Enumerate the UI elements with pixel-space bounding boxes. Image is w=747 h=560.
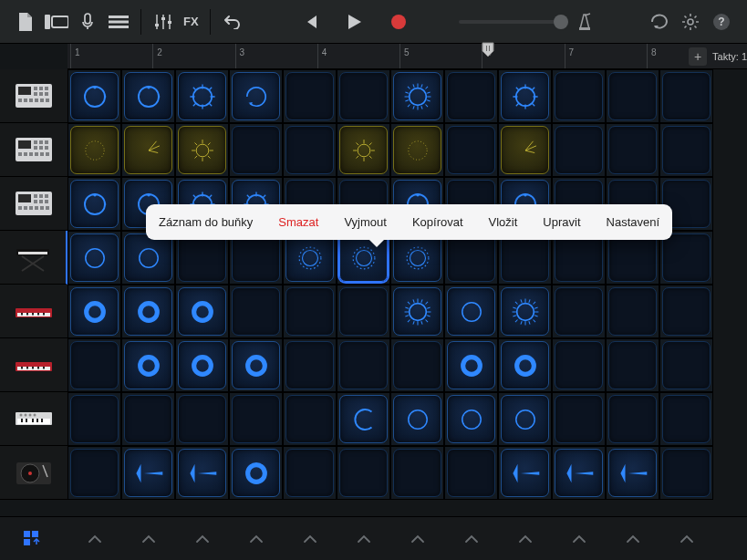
loop-cell[interactable] [337, 338, 390, 392]
column-trigger[interactable] [121, 517, 175, 560]
context-menu-item[interactable]: Záznam do buňky [146, 208, 265, 236]
loop-cell[interactable] [444, 69, 498, 123]
loop-cell[interactable] [606, 338, 659, 392]
loop-cell[interactable] [283, 285, 337, 338]
column-trigger[interactable] [229, 517, 283, 560]
track-header[interactable] [0, 285, 67, 338]
loop-cell[interactable] [337, 285, 390, 338]
loop-cell[interactable] [606, 392, 659, 446]
loop-cell[interactable] [121, 285, 175, 338]
loop-cell[interactable] [498, 392, 552, 446]
loop-cell[interactable] [67, 123, 121, 177]
go-to-start-icon[interactable] [296, 7, 326, 36]
column-trigger[interactable] [67, 517, 121, 560]
loop-cell[interactable] [229, 69, 283, 123]
settings-icon[interactable] [676, 7, 705, 36]
context-menu-item[interactable]: Kopírovat [399, 208, 476, 236]
column-trigger[interactable] [659, 517, 713, 560]
loop-cell[interactable] [552, 123, 606, 177]
loop-cell[interactable] [552, 285, 606, 338]
loop-cell[interactable] [444, 338, 498, 392]
loop-cell[interactable] [606, 285, 659, 338]
loop-cell[interactable] [121, 392, 175, 446]
loop-cell[interactable] [229, 446, 283, 500]
master-volume-slider[interactable] [459, 20, 566, 24]
loop-cell[interactable] [121, 338, 175, 392]
loop-cell[interactable] [175, 446, 229, 500]
mic-icon[interactable] [73, 7, 102, 36]
loop-cell[interactable] [121, 69, 175, 123]
loop-cell[interactable] [659, 69, 713, 123]
context-menu-item[interactable]: Vložit [476, 208, 531, 236]
loop-cell[interactable] [175, 69, 229, 123]
loop-cell[interactable] [283, 392, 337, 446]
loop-cell[interactable] [337, 392, 390, 446]
loop-cell[interactable] [444, 123, 498, 177]
track-header[interactable] [0, 231, 67, 285]
column-trigger[interactable] [175, 517, 229, 560]
loop-cell[interactable] [606, 69, 659, 123]
loop-cell[interactable] [390, 123, 444, 177]
loop-cell[interactable] [67, 69, 121, 123]
loop-cell[interactable] [606, 446, 659, 500]
loop-cell[interactable] [283, 446, 337, 500]
track-header[interactable] [0, 177, 67, 231]
loop-cell[interactable] [498, 338, 552, 392]
loop-cell[interactable] [498, 123, 552, 177]
column-trigger[interactable] [606, 517, 659, 560]
fx-button[interactable]: FX [180, 7, 202, 36]
track-header[interactable] [0, 338, 67, 392]
loop-cell[interactable] [552, 446, 606, 500]
loop-cell[interactable] [659, 446, 713, 500]
help-icon[interactable]: ? [707, 7, 736, 36]
loop-cell[interactable] [552, 338, 606, 392]
loop-cell[interactable] [552, 69, 606, 123]
timeline-ruler[interactable]: 12345678 + Takty: 1 [67, 44, 747, 69]
loop-cell[interactable] [67, 285, 121, 338]
track-header[interactable] [0, 392, 67, 446]
loop-cell[interactable] [67, 446, 121, 500]
loop-cell[interactable] [229, 123, 283, 177]
column-trigger[interactable] [498, 517, 552, 560]
grid-mode-icon[interactable] [24, 531, 44, 547]
loop-cell[interactable] [552, 392, 606, 446]
context-menu-item[interactable]: Nastavení [594, 208, 673, 236]
loop-cell[interactable] [498, 285, 552, 338]
loop-cell[interactable] [67, 231, 121, 285]
column-trigger[interactable] [283, 517, 337, 560]
view-browser-icon[interactable] [42, 7, 71, 36]
context-menu-item[interactable]: Vyjmout [331, 208, 399, 236]
add-section-button[interactable]: + [689, 47, 707, 66]
undo-icon[interactable] [218, 7, 247, 36]
tracks-icon[interactable] [104, 7, 133, 36]
loop-cell[interactable] [229, 285, 283, 338]
loop-cell[interactable] [175, 123, 229, 177]
play-icon[interactable] [340, 7, 369, 36]
loop-cell[interactable] [229, 338, 283, 392]
loop-cell[interactable] [283, 123, 337, 177]
loop-cell[interactable] [498, 69, 552, 123]
loop-cell[interactable] [444, 446, 498, 500]
loop-cell[interactable] [175, 392, 229, 446]
loop-cell[interactable] [659, 123, 713, 177]
loop-cell[interactable] [67, 177, 121, 231]
loop-cell[interactable] [67, 392, 121, 446]
loop-cell[interactable] [121, 123, 175, 177]
column-trigger[interactable] [444, 517, 498, 560]
column-trigger[interactable] [390, 517, 444, 560]
loop-cell[interactable] [121, 446, 175, 500]
track-header[interactable] [0, 69, 67, 123]
metronome-icon[interactable] [570, 7, 599, 36]
loop-cell[interactable] [229, 392, 283, 446]
loop-cell[interactable] [444, 392, 498, 446]
column-trigger[interactable] [337, 517, 390, 560]
track-header[interactable] [0, 123, 67, 177]
loop-cell[interactable] [444, 285, 498, 338]
record-icon[interactable] [384, 7, 413, 36]
loop-cell[interactable] [659, 338, 713, 392]
loop-cell[interactable] [67, 338, 121, 392]
loop-cell[interactable] [283, 69, 337, 123]
loop-cell[interactable] [337, 123, 390, 177]
column-trigger[interactable] [552, 517, 606, 560]
loop-cell[interactable] [390, 338, 444, 392]
